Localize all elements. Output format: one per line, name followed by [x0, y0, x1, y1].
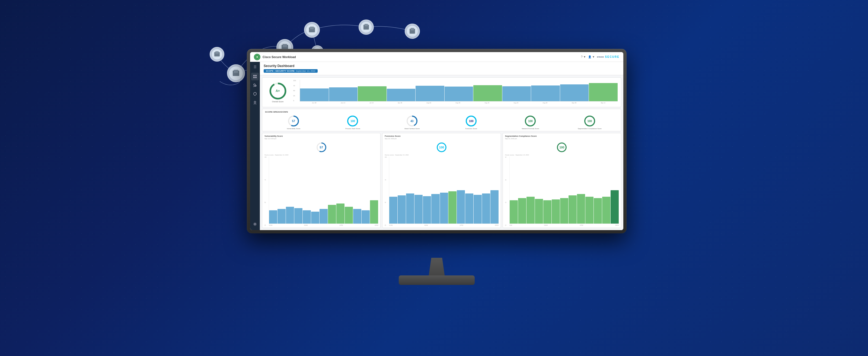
card-bar [286, 207, 294, 224]
card-bar [353, 209, 361, 224]
screen-header-left: Cisco Secure Workload [254, 54, 296, 60]
card-bar [527, 197, 535, 224]
card-x-labels: 1AM06AM12PM06PM [509, 225, 619, 226]
mini-ring: 100 [524, 115, 536, 127]
card-bar [370, 200, 378, 224]
score-breakdown: SCORE BREAKDOWN 57 Vulnerability Score 1… [262, 109, 621, 131]
sidebar-item-users[interactable] [251, 99, 259, 107]
detail-card: Forensics Score Sep 13, 6:00 pm 100 Hour… [382, 133, 501, 228]
trend-y-axis: 100 75 50 25 0 [293, 80, 299, 101]
card-bar [568, 196, 577, 224]
svg-rect-42 [255, 77, 257, 78]
card-bar [319, 209, 328, 224]
monitor-frame: Cisco Secure Workload ? ▼ 👤 ▼ cisco SECU… [247, 49, 627, 233]
card-y-axis: 18161412 [505, 156, 509, 226]
trend-bar [502, 86, 531, 101]
card-chart [269, 156, 378, 224]
trend-x-label: Aug 29 [543, 102, 547, 103]
sidebar-item-dashboard[interactable] [251, 73, 259, 80]
breakdown-item-label: Vulnerability Score [287, 128, 300, 129]
card-bar [518, 198, 526, 224]
svg-rect-41 [253, 77, 255, 78]
trend-x-label: Jun 08 [312, 102, 316, 103]
main-content: Security Dashboard SCOPE : SECURITY SCOR… [260, 62, 623, 230]
trend-bar [560, 84, 589, 101]
breakdown-item-label: Process Hash Score [345, 128, 360, 129]
detail-cards: Vulnerability Score Sep 13, 6:00 pm 57 H… [262, 133, 621, 228]
card-bar [602, 197, 610, 224]
trend-x-label: Apr 28 [398, 102, 402, 103]
card-bar [311, 212, 319, 224]
card-bar [457, 190, 465, 224]
breakdown-item-label: Attack Surface Score [404, 128, 420, 129]
overall-score-label: A+ [276, 89, 280, 93]
card-bar [414, 195, 423, 224]
card-subtitle: Sep 13, 6:00 pm [384, 138, 498, 140]
score-tab[interactable]: SCOPE : SECURITY SCORE September 13, 202… [264, 69, 318, 73]
card-score-row: 100 [384, 142, 498, 153]
breakdown-item: 100 Segmentation Compliance Score [561, 115, 618, 129]
card-title: Forensics Score [384, 135, 498, 137]
score-tab-date: September 13, 2022 [296, 70, 315, 72]
card-y-axis: 100755025 [265, 156, 268, 226]
card-title: Vulnerability Score [265, 135, 378, 137]
card-bar [423, 196, 431, 224]
card-score-row: 57 [265, 142, 378, 153]
trend-bar [358, 86, 386, 101]
svg-point-43 [254, 84, 255, 86]
card-bar [328, 205, 336, 224]
card-bar [482, 194, 490, 224]
monitor-wrapper: Cisco Secure Workload ? ▼ 👤 ▼ cisco SECU… [236, 49, 638, 261]
breakdown-item-label: Segmentation Compliance Score [578, 128, 601, 129]
mini-ring: 100 [584, 115, 596, 127]
card-bar [611, 190, 619, 224]
card-chart [389, 156, 498, 224]
screen-header-right: ? ▼ 👤 ▼ cisco SECURE [581, 55, 620, 58]
card-ring-label: 100 [439, 146, 444, 149]
help-icon[interactable]: ? ▼ [581, 55, 586, 58]
trend-x-label: Sep 05 [572, 102, 577, 103]
sidebar-menu-button[interactable]: ☰ [252, 64, 258, 70]
trend-x-label: Jul 13 [369, 102, 373, 103]
svg-point-38 [257, 56, 258, 58]
sidebar-item-settings[interactable] [251, 220, 259, 228]
sidebar-bottom [251, 220, 259, 228]
card-bar [278, 209, 286, 224]
trend-x-label: Aug 23 [514, 102, 518, 103]
card-bar [448, 191, 457, 224]
card-ring-label: 100 [559, 146, 564, 149]
breakdown-item-label: Network Anomaly Score [522, 128, 539, 129]
svg-point-44 [255, 85, 256, 86]
mini-ring-label: 57 [292, 120, 295, 123]
sidebar-item-groups[interactable] [251, 81, 259, 89]
card-chart [509, 156, 619, 224]
cisco-secure-logo: cisco SECURE [597, 55, 620, 58]
card-bar [535, 199, 543, 224]
breakdown-items: 57 Vulnerability Score 100 Process Hash … [265, 115, 618, 129]
card-bar [594, 198, 602, 224]
sidebar-item-security[interactable] [251, 90, 259, 98]
card-ring-label: 57 [320, 146, 323, 149]
trend-bar [387, 89, 415, 101]
app-title: Cisco Secure Workload [262, 55, 296, 59]
card-ring: 57 [316, 142, 327, 153]
card-bar [465, 194, 473, 224]
monitor-base [399, 275, 475, 285]
card-bar [577, 194, 585, 224]
trend-bar [589, 83, 618, 101]
card-bar [585, 197, 593, 224]
overall-score-text: Overall Score [272, 101, 283, 102]
cisco-logo-icon [254, 54, 260, 60]
svg-point-45 [254, 101, 256, 103]
mini-ring-label: 43 [410, 120, 413, 123]
svg-rect-40 [255, 75, 257, 76]
overall-score-container: A+ Overall Score [266, 80, 290, 105]
svg-point-46 [254, 224, 256, 225]
trend-bars [300, 80, 618, 101]
card-y-axis: 100755025 [384, 156, 389, 226]
screen-body: ☰ [250, 62, 623, 230]
breakdown-item: 100 Forensics Score [443, 115, 500, 129]
card-bar [440, 192, 448, 224]
user-icon[interactable]: 👤 ▼ [588, 55, 595, 58]
card-bar [303, 210, 311, 224]
